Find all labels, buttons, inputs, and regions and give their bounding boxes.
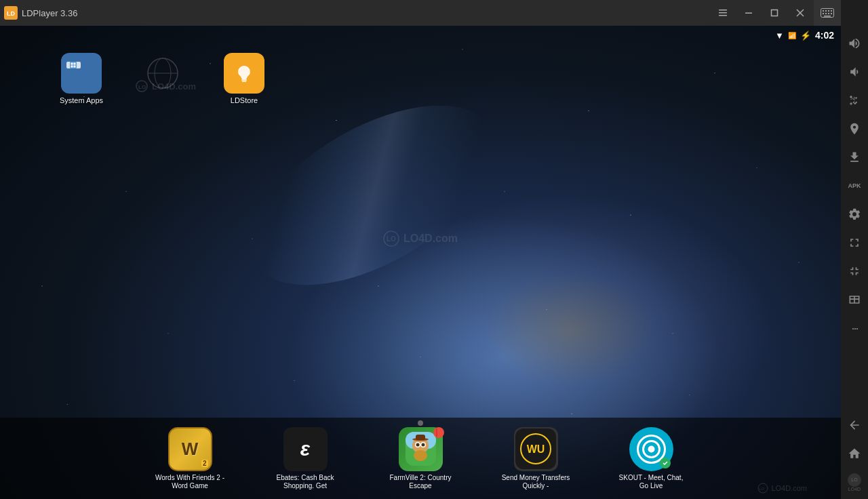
- farmville-badge: [433, 427, 444, 438]
- keyboard-button[interactable]: [814, 0, 841, 26]
- close-button[interactable]: [788, 0, 812, 26]
- svg-text:LO: LO: [760, 487, 765, 491]
- wifi-icon: ▼: [775, 31, 784, 41]
- svg-rect-18: [824, 16, 831, 17]
- svg-point-36: [414, 450, 427, 461]
- minimize-button[interactable]: [736, 0, 761, 26]
- svg-rect-15: [825, 13, 827, 14]
- status-time: 4:02: [815, 30, 834, 41]
- svg-rect-19: [70, 62, 77, 68]
- send-money-icon[interactable]: WU: [514, 427, 558, 471]
- layout-button[interactable]: [842, 285, 867, 314]
- svg-rect-12: [828, 10, 829, 12]
- svg-rect-10: [823, 10, 824, 12]
- svg-text:WU: WU: [527, 443, 545, 455]
- words-with-friends-label: Words With Friends 2 - Word Game: [153, 474, 227, 490]
- ldstore-label: LDStore: [231, 96, 258, 105]
- skout-label: SKOUT - Meet, Chat, Go Live: [614, 474, 688, 490]
- svg-rect-3: [719, 12, 727, 14]
- ebates-letter: ε: [300, 437, 310, 460]
- menu-button[interactable]: [711, 0, 735, 26]
- ebates-label: Ebates: Cash Back Shopping. Get: [268, 474, 342, 490]
- galaxy-effect: [222, 68, 524, 321]
- scissors-button[interactable]: [842, 86, 867, 115]
- send-money-item[interactable]: WU Send Money Transfers Quickly -: [498, 427, 573, 490]
- lo4d-watermark: LO LO4D: [842, 468, 867, 496]
- watermark-center: LO LO4D.com: [383, 231, 458, 247]
- app-logo: LD: [4, 6, 18, 20]
- svg-point-49: [648, 445, 654, 452]
- fullscreen-button[interactable]: [842, 228, 867, 257]
- svg-rect-13: [831, 10, 832, 12]
- ldstore-icon-item[interactable]: LDStore: [217, 53, 271, 105]
- svg-text:LO: LO: [387, 235, 396, 243]
- svg-rect-5: [745, 13, 752, 14]
- svg-rect-2: [719, 9, 727, 11]
- volume-up-button[interactable]: [842, 29, 867, 58]
- farmville-label: FarmVille 2: Country Escape: [383, 474, 458, 490]
- titlebar: LD LDPlayer 3.36: [0, 0, 841, 26]
- android-statusbar: ▼ 📶 ⚡ 4:02: [0, 26, 841, 45]
- svg-rect-42: [416, 435, 425, 440]
- farmville-icon[interactable]: [399, 427, 443, 471]
- ldstore-icon[interactable]: [224, 53, 264, 94]
- svg-point-40: [421, 443, 425, 447]
- svg-rect-17: [831, 13, 832, 14]
- svg-rect-4: [719, 15, 727, 16]
- svg-text:LD: LD: [7, 10, 15, 17]
- settings-button[interactable]: [842, 200, 867, 228]
- shrink-button[interactable]: [842, 257, 867, 285]
- words-with-friends-item[interactable]: W 2 Words With Friends 2 - Word Game: [153, 427, 227, 490]
- svg-rect-23: [74, 66, 76, 68]
- battery-icon: ⚡: [800, 31, 811, 41]
- system-apps-icon[interactable]: [61, 53, 102, 94]
- svg-rect-21: [74, 63, 76, 65]
- svg-rect-6: [772, 10, 778, 16]
- words-subscript: 2: [201, 460, 208, 467]
- skout-icon[interactable]: [629, 427, 673, 471]
- emulator-screen: ▼ 📶 ⚡ 4:02 System Apps: [0, 26, 841, 499]
- back-button[interactable]: [842, 411, 867, 439]
- skout-verified-badge: [660, 458, 671, 468]
- farmville-item[interactable]: FarmVille 2: Country Escape: [383, 427, 458, 490]
- svg-rect-16: [828, 13, 829, 14]
- words-w-letter: W: [182, 439, 199, 460]
- svg-rect-22: [71, 66, 73, 68]
- app-title: LDPlayer 3.36: [22, 8, 711, 18]
- ebates-item[interactable]: ε Ebates: Cash Back Shopping. Get: [268, 427, 342, 490]
- skout-item[interactable]: SKOUT - Meet, Chat, Go Live: [614, 427, 688, 490]
- system-apps-label: System Apps: [60, 96, 103, 105]
- svg-point-39: [416, 443, 419, 447]
- location-button[interactable]: [842, 115, 867, 143]
- ebates-icon[interactable]: ε: [283, 427, 328, 471]
- words-with-friends-icon[interactable]: W 2: [168, 427, 212, 471]
- svg-rect-14: [823, 13, 824, 14]
- app-dot-1: [66, 62, 81, 68]
- install-button[interactable]: [842, 143, 867, 172]
- maximize-button[interactable]: [762, 0, 787, 26]
- apk-button[interactable]: APK: [842, 172, 867, 200]
- svg-point-30: [384, 231, 399, 246]
- more-button[interactable]: ···: [842, 314, 867, 342]
- home-button[interactable]: [842, 439, 867, 468]
- wu-logo: WU: [514, 427, 558, 471]
- globe-icon-item: [136, 53, 190, 105]
- signal-icon: 📶: [788, 32, 796, 39]
- svg-rect-11: [825, 10, 827, 12]
- system-apps-icon-item[interactable]: System Apps: [54, 53, 108, 105]
- lo4d-bottom-watermark: LO LO4D.com: [757, 483, 807, 494]
- volume-down-button[interactable]: [842, 58, 867, 86]
- globe-icon: [142, 53, 183, 94]
- send-money-label: Send Money Transfers Quickly -: [498, 474, 573, 490]
- desktop-icons-row: System Apps LDStore: [54, 53, 271, 105]
- right-sidebar: APK ··· LO LO4D: [841, 0, 868, 499]
- app-dock: W 2 Words With Friends 2 - Word Game ε E…: [0, 418, 841, 499]
- svg-rect-20: [71, 63, 73, 65]
